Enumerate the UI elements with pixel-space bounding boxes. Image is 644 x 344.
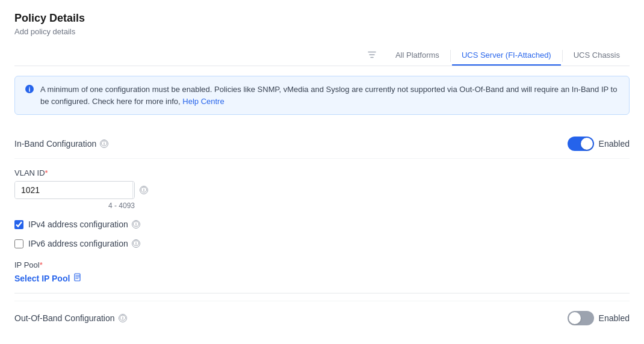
tab-ucs-chassis[interactable]: UCS Chassis	[564, 46, 630, 66]
inband-config-row: In-Band Configuration ⓘ Enabled	[14, 129, 630, 159]
inband-toggle-thumb	[581, 138, 593, 150]
inband-toggle-wrap: Enabled	[568, 137, 630, 151]
vlan-section: VLAN ID* ▲ ▼ ⓘ 4 - 4093	[14, 159, 630, 215]
outofband-label-wrap: Out-Of-Band Configuration ⓘ	[14, 313, 127, 323]
inband-toggle[interactable]	[568, 137, 594, 151]
select-ip-pool-label: Select IP Pool	[14, 274, 70, 283]
vlan-field-label: VLAN ID*	[14, 168, 630, 177]
document-icon	[73, 273, 82, 283]
vlan-spinners: ▲ ▼	[132, 182, 135, 198]
vlan-required: *	[45, 168, 48, 177]
vlan-increment-button[interactable]: ▲	[133, 182, 135, 190]
ipv4-label-wrap: IPv4 address configuration ⓘ	[28, 220, 140, 229]
ipv6-row: IPv6 address configuration ⓘ	[14, 234, 630, 253]
ipv4-info-icon[interactable]: ⓘ	[132, 220, 140, 229]
tab-all-platforms[interactable]: All Platforms	[386, 46, 449, 66]
vlan-input[interactable]	[15, 182, 132, 198]
inband-info-icon[interactable]: ⓘ	[100, 140, 108, 148]
tab-ucs-fi-attached[interactable]: UCS Server (FI-Attached)	[452, 46, 561, 66]
inband-toggle-label: Enabled	[599, 139, 630, 149]
help-centre-link[interactable]: Help Centre	[182, 97, 224, 106]
outofband-label: Out-Of-Band Configuration	[14, 313, 115, 323]
outofband-toggle-thumb	[569, 312, 581, 324]
outofband-toggle[interactable]	[568, 311, 594, 325]
vlan-info-icon[interactable]: ⓘ	[140, 186, 148, 194]
select-ip-pool-link[interactable]: Select IP Pool	[14, 273, 630, 283]
vlan-decrement-button[interactable]: ▼	[133, 190, 135, 198]
filter-icon	[368, 51, 376, 61]
ipv6-label-wrap: IPv6 address configuration ⓘ	[28, 239, 140, 248]
info-banner-text: A minimum of one configuration must be e…	[40, 84, 619, 107]
inband-label: In-Band Configuration	[14, 139, 96, 149]
platforms-label-wrap	[368, 51, 376, 61]
ipv4-label: IPv4 address configuration	[28, 220, 128, 229]
ipv4-checkbox[interactable]	[14, 220, 23, 229]
platform-tab-divider-1	[450, 50, 451, 62]
platforms-bar: All Platforms UCS Server (FI-Attached) U…	[14, 46, 630, 66]
ipv6-info-icon[interactable]: ⓘ	[132, 239, 140, 248]
outofband-info-icon[interactable]: ⓘ	[119, 314, 127, 322]
vlan-input-wrap: ▲ ▼	[14, 181, 135, 199]
ipv6-label: IPv6 address configuration	[28, 239, 128, 248]
info-banner: A minimum of one configuration must be e…	[14, 76, 630, 115]
inband-toggle-track	[568, 137, 594, 151]
ip-pool-label: IP Pool*	[14, 260, 630, 269]
vlan-range: 4 - 4093	[14, 201, 135, 210]
outofband-toggle-label: Enabled	[599, 313, 630, 323]
svg-point-1	[29, 87, 30, 88]
ip-pool-section: IP Pool* Select IP Pool	[14, 253, 630, 286]
ipv4-row: IPv4 address configuration ⓘ	[14, 215, 630, 234]
page-container: Policy Details Add policy details All Pl…	[0, 0, 644, 344]
info-circle-icon	[25, 84, 34, 96]
page-header: Policy Details Add policy details	[14, 12, 630, 36]
ip-pool-required: *	[40, 260, 43, 269]
outofband-config-row: Out-Of-Band Configuration ⓘ Enabled	[14, 301, 630, 333]
platform-tab-divider-2	[562, 50, 563, 62]
page-title: Policy Details	[14, 12, 630, 25]
outofband-toggle-track	[568, 311, 594, 325]
ipv6-checkbox[interactable]	[14, 239, 23, 248]
page-subtitle: Add policy details	[14, 27, 630, 36]
inband-label-wrap: In-Band Configuration ⓘ	[14, 139, 108, 149]
outofband-toggle-wrap: Enabled	[568, 311, 630, 325]
section-divider	[14, 293, 630, 293]
